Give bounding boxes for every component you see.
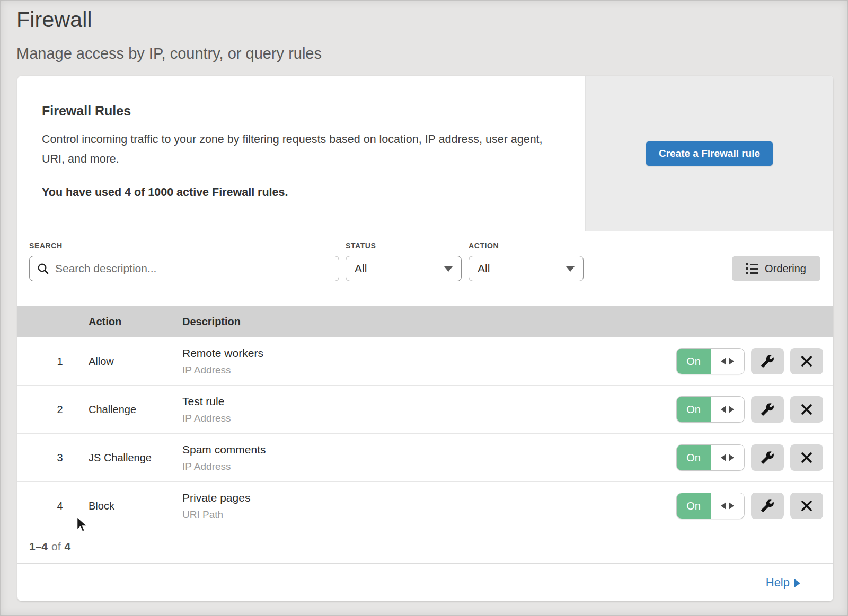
close-icon — [800, 355, 813, 368]
ordered-list-icon — [746, 263, 758, 274]
rule-description-cell: Test rule IP Address — [182, 395, 676, 424]
rule-priority: 3 — [17, 452, 89, 464]
edit-rule-button[interactable] — [751, 348, 784, 374]
toggle-handle — [711, 349, 744, 374]
help-bar: Help — [17, 564, 833, 601]
rule-description: Private pages — [182, 492, 676, 504]
pagination-range: 1–4 — [29, 540, 48, 553]
action-filter-group: ACTION All — [469, 242, 584, 306]
rule-controls: On — [676, 396, 833, 423]
search-filter-group: SEARCH — [29, 242, 339, 306]
edit-rule-button[interactable] — [751, 493, 784, 519]
pagination-bar: 1–4 of 4 — [17, 530, 833, 564]
rule-enabled-toggle[interactable]: On — [676, 444, 745, 471]
action-select[interactable]: All — [469, 256, 584, 281]
wrench-icon — [761, 499, 774, 513]
rule-enabled-toggle[interactable]: On — [676, 348, 745, 374]
arrow-left-icon — [721, 454, 726, 461]
page-title: Firewall — [16, 7, 848, 32]
arrow-left-icon — [721, 406, 726, 413]
delete-rule-button[interactable] — [790, 396, 823, 423]
arrow-right-icon — [729, 454, 734, 461]
rule-action: Block — [89, 500, 182, 512]
create-firewall-rule-button[interactable]: Create a Firewall rule — [646, 141, 773, 166]
toggle-handle — [711, 397, 744, 422]
ordering-button-label: Ordering — [765, 263, 806, 275]
intro-text-panel: Firewall Rules Control incoming traffic … — [17, 76, 586, 231]
ordering-button[interactable]: Ordering — [732, 256, 820, 281]
chevron-down-icon — [566, 266, 575, 272]
page-header: Firewall Manage access by IP, country, o… — [0, 0, 848, 63]
edit-rule-button[interactable] — [751, 444, 784, 471]
rule-enabled-toggle[interactable]: On — [676, 396, 745, 423]
rule-field: URI Path — [182, 509, 676, 521]
search-icon — [37, 263, 49, 277]
description-column-header: Description — [182, 316, 833, 328]
table-row: 4 Block Private pages URI Path On — [17, 482, 833, 530]
toggle-on-label: On — [676, 348, 711, 374]
create-rule-panel: Create a Firewall rule — [586, 76, 833, 231]
rule-priority: 4 — [17, 500, 89, 512]
help-link[interactable]: Help — [766, 576, 800, 590]
firewall-rules-card: Firewall Rules Control incoming traffic … — [17, 76, 833, 601]
rule-field: IP Address — [182, 364, 676, 376]
table-row: 3 JS Challenge Spam comments IP Address … — [17, 434, 833, 482]
help-link-label: Help — [766, 576, 790, 590]
rule-field: IP Address — [182, 461, 676, 472]
close-icon — [800, 403, 813, 416]
rule-controls: On — [676, 493, 833, 519]
rule-action: Challenge — [89, 404, 182, 416]
arrow-left-icon — [721, 358, 726, 365]
rule-description-cell: Spam comments IP Address — [182, 443, 676, 472]
arrow-right-icon — [729, 358, 734, 365]
close-icon — [800, 451, 813, 464]
rule-description: Test rule — [182, 395, 676, 408]
intro-section: Firewall Rules Control incoming traffic … — [17, 76, 833, 231]
delete-rule-button[interactable] — [790, 493, 823, 519]
toggle-handle — [711, 493, 744, 519]
ordering-wrap: Ordering — [732, 242, 820, 306]
status-selected-value: All — [355, 262, 367, 275]
rule-controls: On — [676, 348, 833, 374]
rule-description: Remote workers — [182, 347, 676, 360]
rule-description-cell: Private pages URI Path — [182, 492, 676, 521]
delete-rule-button[interactable] — [790, 348, 823, 374]
caret-right-icon — [794, 579, 800, 587]
search-box — [29, 256, 339, 281]
toggle-on-label: On — [676, 493, 711, 519]
rule-priority: 1 — [17, 355, 89, 368]
action-column-header: Action — [89, 316, 182, 328]
action-selected-value: All — [478, 262, 490, 275]
toggle-handle — [711, 445, 744, 470]
action-label: ACTION — [469, 242, 584, 250]
rule-priority: 2 — [17, 404, 89, 416]
arrow-right-icon — [729, 406, 734, 413]
wrench-icon — [761, 451, 774, 465]
section-heading: Firewall Rules — [42, 103, 553, 119]
status-label: STATUS — [346, 242, 462, 250]
status-select[interactable]: All — [346, 256, 462, 281]
table-header: Action Description — [17, 306, 833, 337]
table-row: 2 Challenge Test rule IP Address On — [17, 386, 833, 434]
chevron-down-icon — [444, 266, 453, 272]
rule-field: IP Address — [182, 413, 676, 424]
wrench-icon — [761, 403, 774, 416]
search-label: SEARCH — [29, 242, 339, 250]
pagination-total: 4 — [65, 540, 71, 553]
delete-rule-button[interactable] — [790, 444, 823, 471]
arrow-left-icon — [721, 502, 726, 510]
status-filter-group: STATUS All — [346, 242, 462, 306]
usage-summary: You have used 4 of 1000 active Firewall … — [42, 186, 553, 199]
toggle-on-label: On — [676, 444, 711, 471]
rule-description: Spam comments — [182, 443, 676, 456]
rule-action: Allow — [89, 355, 182, 368]
filter-bar: SEARCH STATUS All ACTION All — [17, 231, 833, 306]
rule-enabled-toggle[interactable]: On — [676, 493, 745, 519]
arrow-right-icon — [729, 502, 734, 510]
edit-rule-button[interactable] — [751, 396, 784, 423]
toggle-on-label: On — [676, 396, 711, 423]
rule-description-cell: Remote workers IP Address — [182, 347, 676, 376]
table-row: 1 Allow Remote workers IP Address On — [17, 337, 833, 386]
search-input[interactable] — [29, 256, 339, 281]
close-icon — [800, 499, 813, 512]
